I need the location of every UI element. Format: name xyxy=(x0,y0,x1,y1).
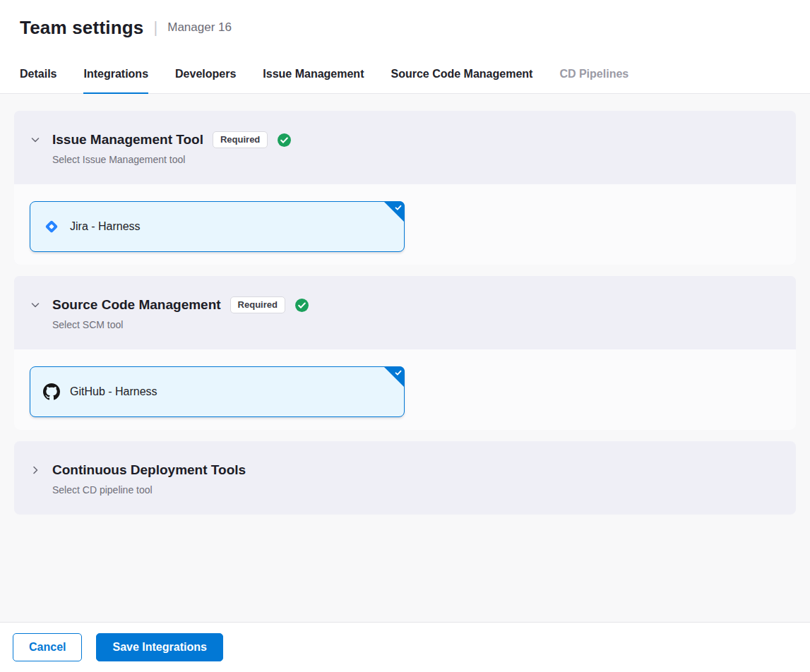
page-title: Team settings xyxy=(20,17,144,39)
required-badge: Required xyxy=(213,131,268,148)
section-title: Source Code Management xyxy=(52,296,221,314)
team-settings-page: Team settings | Manager 16 Details Integ… xyxy=(0,0,810,672)
section-body-scm: GitHub - Harness xyxy=(14,349,796,430)
section-subtitle: Select Issue Management tool xyxy=(52,154,292,165)
tool-card-label: GitHub - Harness xyxy=(70,385,157,398)
tab-issue-management[interactable]: Issue Management xyxy=(263,55,364,93)
tab-cd-pipelines: CD Pipelines xyxy=(559,55,629,93)
tab-bar: Details Integrations Developers Issue Ma… xyxy=(0,55,810,94)
section-issue-management-tool: Issue Management Tool Required Select Is… xyxy=(14,111,796,265)
tab-source-code-management[interactable]: Source Code Management xyxy=(391,55,532,93)
tab-developers[interactable]: Developers xyxy=(175,55,236,93)
selected-corner-check-icon xyxy=(383,366,405,388)
tab-details[interactable]: Details xyxy=(20,55,56,93)
section-body-issue-management: Jira - Harness xyxy=(14,184,796,265)
required-badge: Required xyxy=(230,296,285,313)
selected-corner-check-icon xyxy=(383,201,405,222)
check-circle-icon xyxy=(277,133,292,148)
section-subtitle: Select SCM tool xyxy=(52,319,309,330)
section-cd-tools: Continuous Deployment Tools Select CD pi… xyxy=(14,441,796,515)
tool-card-jira[interactable]: Jira - Harness xyxy=(30,201,405,252)
section-subtitle: Select CD pipeline tool xyxy=(52,484,246,496)
title-separator: | xyxy=(154,18,158,37)
tool-card-label: Jira - Harness xyxy=(70,220,141,233)
jira-icon xyxy=(43,218,60,235)
section-title: Continuous Deployment Tools xyxy=(52,461,246,479)
section-heading: Issue Management Tool Required Select Is… xyxy=(52,131,292,165)
footer-actions: Cancel Save Integrations xyxy=(0,622,810,672)
section-header-scm[interactable]: Source Code Management Required Select S… xyxy=(14,276,796,349)
tab-integrations[interactable]: Integrations xyxy=(83,55,148,93)
page-header: Team settings | Manager 16 xyxy=(0,0,810,55)
github-icon xyxy=(43,383,60,400)
integrations-content: Issue Management Tool Required Select Is… xyxy=(0,94,810,622)
chevron-down-icon[interactable] xyxy=(30,299,41,311)
section-heading: Continuous Deployment Tools Select CD pi… xyxy=(52,461,246,496)
section-header-cd-tools[interactable]: Continuous Deployment Tools Select CD pi… xyxy=(14,441,796,515)
cancel-button[interactable]: Cancel xyxy=(13,633,82,661)
chevron-right-icon[interactable] xyxy=(30,464,41,476)
section-heading: Source Code Management Required Select S… xyxy=(52,296,309,330)
tool-card-github[interactable]: GitHub - Harness xyxy=(30,366,405,417)
save-integrations-button[interactable]: Save Integrations xyxy=(96,633,222,661)
check-circle-icon xyxy=(294,298,309,313)
section-title: Issue Management Tool xyxy=(52,131,203,149)
section-source-code-management: Source Code Management Required Select S… xyxy=(14,276,796,430)
section-header-issue-management[interactable]: Issue Management Tool Required Select Is… xyxy=(14,111,796,184)
page-subtitle: Manager 16 xyxy=(167,20,232,35)
chevron-down-icon[interactable] xyxy=(30,134,41,145)
